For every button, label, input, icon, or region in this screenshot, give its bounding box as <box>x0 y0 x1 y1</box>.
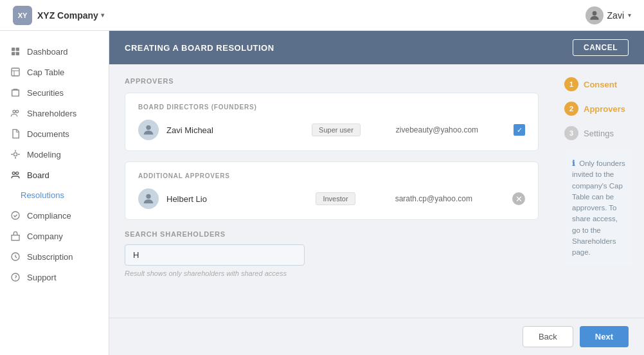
additional-approver-row: Helbert Lio Investor sarath.cp@yahoo.com… <box>138 188 525 209</box>
board-directors-card: BOARD DIRECTORS (FOUNDERS) Zavi Micheal … <box>125 93 539 151</box>
support-icon <box>10 272 21 282</box>
company-icon <box>10 231 21 241</box>
sidebar-item-company[interactable]: Company <box>0 226 109 246</box>
sidebar-item-documents[interactable]: Documents <box>0 123 109 144</box>
additional-person-email: sarath.cp@yahoo.com <box>363 194 505 203</box>
back-button[interactable]: Back <box>523 326 573 347</box>
svg-point-0 <box>592 11 596 15</box>
banner: CREATING A BOARD RESOLUTION CANCEL <box>109 31 644 64</box>
additional-role-badge: Investor <box>316 192 355 205</box>
approver-checkbox[interactable] <box>514 124 525 136</box>
documents-icon <box>10 129 21 139</box>
board-directors-label: BOARD DIRECTORS (FOUNDERS) <box>138 104 525 111</box>
shareholders-icon <box>10 108 21 118</box>
bottom-nav: Back Next <box>109 318 644 355</box>
svg-rect-2 <box>16 48 19 51</box>
svg-point-8 <box>13 110 15 113</box>
additional-approvers-card: ADDITIONAL APPROVERS Helbert Lio Investo… <box>125 161 539 220</box>
svg-point-12 <box>16 172 19 174</box>
step-settings: 3 Settings <box>564 126 634 140</box>
cap-table-icon <box>10 67 21 77</box>
svg-rect-1 <box>12 48 15 51</box>
search-label: SEARCH SHAREHOLDERS <box>125 230 539 238</box>
sidebar-item-compliance[interactable]: Compliance <box>0 205 109 226</box>
additional-approvers-label: ADDITIONAL APPROVERS <box>138 172 525 179</box>
sidebar-item-resolutions[interactable]: Resolutions <box>0 185 109 205</box>
company-section[interactable]: XY XYZ Company ▾ <box>13 6 104 25</box>
svg-rect-14 <box>12 235 19 241</box>
search-input[interactable] <box>125 244 305 266</box>
step-circle-consent: 1 <box>564 77 578 91</box>
main-panel: APPROVERS BOARD DIRECTORS (FOUNDERS) Zav… <box>109 64 554 318</box>
svg-point-9 <box>16 110 19 113</box>
steps-panel: 1 Consent 2 Approvers 3 Settings <box>554 64 644 318</box>
user-menu[interactable]: Zavi ▾ <box>586 6 631 24</box>
additional-person-name: Helbert Lio <box>166 194 308 204</box>
company-name[interactable]: XYZ Company ▾ <box>37 10 104 21</box>
svg-point-11 <box>12 172 15 174</box>
sidebar: Dashboard Cap Table Securities Sharehold… <box>0 31 109 355</box>
person-avatar <box>138 120 159 140</box>
banner-title: CREATING A BOARD RESOLUTION <box>125 43 274 53</box>
search-hint: Result shows only shareholders with shar… <box>125 269 539 277</box>
subscription-icon <box>10 251 21 262</box>
info-box: ℹ Only founders invited to the company's… <box>564 150 634 266</box>
user-avatar <box>586 6 604 24</box>
modeling-icon <box>10 149 21 159</box>
step-circle-settings: 3 <box>564 126 578 140</box>
svg-point-10 <box>13 152 17 156</box>
sidebar-item-cap-table[interactable]: Cap Table <box>0 62 109 82</box>
step-approvers: 2 Approvers <box>564 102 634 116</box>
main-layout: Dashboard Cap Table Securities Sharehold… <box>0 31 644 355</box>
approvers-section-label: APPROVERS <box>125 77 539 85</box>
person-avatar-2 <box>138 188 159 209</box>
svg-point-18 <box>146 194 150 199</box>
step-label-settings: Settings <box>584 129 614 138</box>
sidebar-item-securities[interactable]: Securities <box>0 82 109 103</box>
board-icon <box>10 170 21 180</box>
person-email: zivebeauty@yahoo.com <box>368 125 506 134</box>
search-section: SEARCH SHAREHOLDERS Result shows only sh… <box>125 230 539 277</box>
role-badge: Super user <box>312 123 361 136</box>
cancel-button[interactable]: CANCEL <box>573 39 629 56</box>
top-nav: XY XYZ Company ▾ Zavi ▾ <box>0 0 644 31</box>
sidebar-item-support[interactable]: Support <box>0 267 109 287</box>
person-name: Zavi Micheal <box>166 125 304 135</box>
info-icon: ℹ <box>572 159 575 167</box>
sidebar-item-board[interactable]: Board <box>0 165 109 185</box>
svg-rect-3 <box>12 52 15 55</box>
company-chevron-icon: ▾ <box>101 12 104 19</box>
step-circle-approvers: 2 <box>564 102 578 116</box>
step-label-approvers: Approvers <box>584 104 625 114</box>
dashboard-icon <box>10 46 21 57</box>
content-body: APPROVERS BOARD DIRECTORS (FOUNDERS) Zav… <box>109 64 644 318</box>
content-area: CREATING A BOARD RESOLUTION CANCEL APPRO… <box>109 31 644 355</box>
company-avatar: XY <box>13 6 32 25</box>
sidebar-item-dashboard[interactable]: Dashboard <box>0 41 109 62</box>
user-chevron-icon: ▾ <box>628 12 631 19</box>
step-consent: 1 Consent <box>564 77 634 91</box>
next-button[interactable]: Next <box>580 326 629 347</box>
sidebar-item-modeling[interactable]: Modeling <box>0 144 109 165</box>
svg-rect-5 <box>12 68 19 76</box>
securities-icon <box>10 87 21 98</box>
sidebar-item-subscription[interactable]: Subscription <box>0 246 109 267</box>
step-label-consent: Consent <box>584 80 617 89</box>
board-director-row: Zavi Micheal Super user zivebeauty@yahoo… <box>138 120 525 140</box>
compliance-icon <box>10 210 21 221</box>
remove-approver-button[interactable]: ✕ <box>512 192 525 205</box>
sidebar-item-shareholders[interactable]: Shareholders <box>0 103 109 123</box>
svg-point-13 <box>12 212 19 219</box>
svg-rect-4 <box>16 52 19 55</box>
svg-point-17 <box>146 125 150 130</box>
